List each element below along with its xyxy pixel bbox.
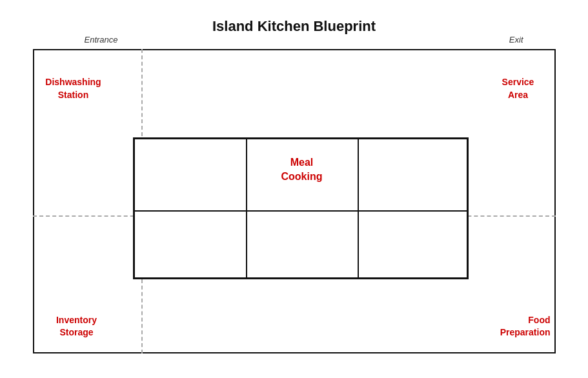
meal-cooking-label: Meal Cooking xyxy=(248,155,356,184)
entrance-label: Entrance xyxy=(85,35,118,45)
dishwashing-station-label: Dishwashing Station xyxy=(38,76,109,101)
blueprint-container: Island Kitchen Blueprint Entrance Exit D… xyxy=(14,12,575,366)
service-area-label: Service Area xyxy=(486,76,551,101)
island-row-divider xyxy=(135,210,467,212)
island-column-divider-1 xyxy=(246,139,247,277)
inventory-storage-label: Inventory Storage xyxy=(38,314,116,339)
blueprint-title: Island Kitchen Blueprint xyxy=(14,12,575,35)
exit-label: Exit xyxy=(509,35,523,45)
island-column-divider-2 xyxy=(358,139,359,277)
food-preparation-label: Food Preparation xyxy=(480,314,551,339)
cooking-island: Meal Cooking xyxy=(133,137,469,279)
